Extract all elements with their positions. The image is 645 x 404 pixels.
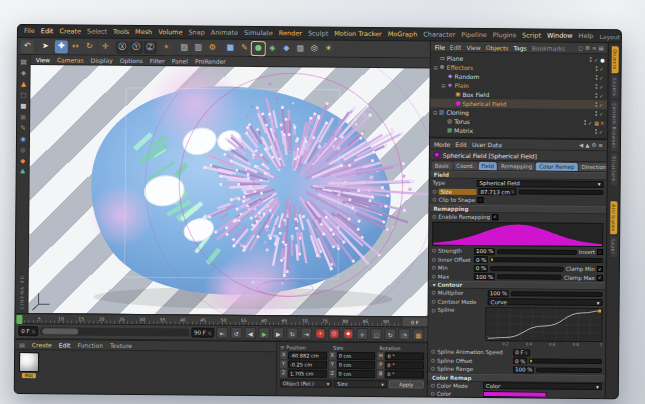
- viewport-canvas[interactable]: [28, 65, 429, 316]
- falloff-graph[interactable]: [432, 222, 603, 247]
- animation-dot[interactable]: [431, 367, 435, 371]
- menu-item[interactable]: Script: [522, 31, 541, 39]
- keyframe-scale-toggle[interactable]: ◻: [370, 328, 382, 340]
- attr-tab[interactable]: Color Remap: [536, 163, 577, 171]
- material-menu-item[interactable]: Function: [77, 342, 103, 349]
- clamp-max-checkbox[interactable]: ✓: [597, 275, 603, 281]
- object-label[interactable]: Spherical Field: [462, 100, 506, 107]
- size-field[interactable]: 0 cm: [337, 361, 376, 369]
- visibility-dots[interactable]: [595, 66, 597, 71]
- spline-offset-slider[interactable]: [530, 359, 603, 365]
- spline-range-slider[interactable]: [536, 367, 602, 373]
- pen-spline-icon[interactable]: ✎: [238, 41, 251, 54]
- texture-mode-icon[interactable]: ▲: [18, 79, 29, 89]
- object-label[interactable]: Matrix: [454, 127, 473, 134]
- list-icon[interactable]: ▤: [19, 341, 25, 348]
- material-item[interactable]: Mat: [19, 352, 39, 391]
- tweak-mode-icon[interactable]: ◉: [17, 134, 28, 144]
- menu-item[interactable]: File: [24, 27, 35, 35]
- range-end-field[interactable]: 90 F⇅: [191, 328, 214, 338]
- last-tool-icon[interactable]: ✛: [99, 40, 112, 53]
- floor-environment-icon[interactable]: ▦: [294, 42, 307, 55]
- menu-item[interactable]: Render: [279, 29, 302, 37]
- animation-dot[interactable]: [431, 358, 435, 362]
- menu-item[interactable]: Volume: [158, 28, 182, 36]
- add-cube-icon[interactable]: ■: [224, 41, 237, 54]
- search-icon[interactable]: ○: [578, 45, 583, 51]
- enable-check-icon[interactable]: ✓: [599, 102, 603, 108]
- color-swatch[interactable]: [483, 391, 547, 398]
- enable-check-icon[interactable]: ✓: [599, 129, 603, 135]
- up-arrow-icon[interactable]: ▲: [585, 142, 589, 148]
- render-view-icon[interactable]: ▧: [178, 41, 191, 54]
- panel-icon[interactable]: ▤: [599, 45, 604, 51]
- generators-icon[interactable]: ◈: [266, 42, 279, 55]
- size-value-field[interactable]: 87.713 cm⇅: [479, 188, 517, 195]
- attr-tab[interactable]: Basic: [432, 162, 453, 170]
- enable-check-icon[interactable]: ✓: [588, 119, 592, 125]
- menu-item[interactable]: Motion Tracker: [334, 30, 382, 38]
- menu-item[interactable]: Create: [59, 27, 81, 35]
- enable-check-icon[interactable]: ✓: [599, 75, 603, 81]
- object-label[interactable]: Box Field: [462, 91, 489, 98]
- move-tool-icon[interactable]: ✚: [55, 40, 68, 53]
- deformers-icon[interactable]: ◆: [280, 42, 293, 55]
- make-editable-icon[interactable]: ▤: [18, 57, 29, 67]
- clamp-min-checkbox[interactable]: ✓: [597, 266, 603, 272]
- side-tab[interactable]: Structure: [610, 154, 617, 185]
- animation-dot[interactable]: [431, 350, 435, 354]
- animation-dot[interactable]: [433, 189, 437, 193]
- coordinate-system-icon[interactable]: ⌖: [160, 41, 173, 54]
- min-field[interactable]: 0 %: [474, 265, 489, 272]
- om-menu-item[interactable]: File: [435, 43, 445, 50]
- menu-item[interactable]: Character: [423, 31, 455, 39]
- enable-check-icon[interactable]: ✓: [599, 111, 603, 117]
- record-keyframe-button[interactable]: +: [314, 328, 326, 340]
- attr-menu-item[interactable]: Mode: [434, 140, 450, 147]
- viewport-menu-item[interactable]: Cameras: [57, 56, 84, 63]
- apply-button[interactable]: Apply: [389, 380, 424, 388]
- x-axis-lock-icon[interactable]: Ⓧ: [116, 40, 129, 53]
- viewport-menu-item[interactable]: Panel: [172, 57, 188, 64]
- side-tab[interactable]: Layer: [609, 236, 616, 257]
- goto-end-button[interactable]: ⇥: [300, 327, 312, 339]
- clip-checkbox[interactable]: [477, 197, 483, 203]
- menu-item[interactable]: Sculpt: [308, 30, 328, 38]
- menu-item[interactable]: Animate: [211, 29, 238, 37]
- inner-offset-slider[interactable]: [490, 257, 603, 263]
- animation-dot[interactable]: [431, 392, 435, 396]
- enable-check-icon[interactable]: ✓: [594, 57, 598, 63]
- keyframe-position-toggle[interactable]: ✛: [356, 328, 368, 340]
- y-axis-lock-icon[interactable]: Ⓨ: [130, 40, 143, 53]
- menu-item[interactable]: Plugins: [493, 31, 516, 39]
- animation-dot[interactable]: [432, 214, 436, 218]
- animation-dot[interactable]: [432, 198, 436, 202]
- object-label[interactable]: Random: [455, 73, 480, 80]
- keyframe-parameter-toggle[interactable]: ◔: [398, 328, 410, 340]
- solo-mode-icon[interactable]: ◆: [17, 156, 28, 166]
- attr-tab[interactable]: Direction: [578, 163, 607, 171]
- color-mode-select[interactable]: Color▾: [483, 382, 602, 390]
- z-axis-lock-icon[interactable]: Ⓩ: [144, 41, 157, 54]
- position-field[interactable]: 1.705 cm: [288, 369, 327, 377]
- object-label[interactable]: Plane: [447, 55, 464, 62]
- viewport-menu-item[interactable]: Options: [120, 57, 143, 64]
- play-preview-button[interactable]: ↺: [230, 327, 242, 339]
- position-field[interactable]: -60.882 cm: [288, 351, 327, 359]
- animation-dot[interactable]: [432, 299, 436, 303]
- back-arrow-icon[interactable]: ◀: [579, 142, 583, 148]
- visibility-dots[interactable]: [590, 57, 592, 62]
- attr-tab[interactable]: Coord.: [453, 162, 477, 170]
- next-frame-button[interactable]: ▶: [272, 327, 284, 339]
- viewport-menu-item[interactable]: Display: [91, 57, 113, 64]
- timeline-playhead[interactable]: [16, 315, 22, 324]
- enable-check-icon[interactable]: ✓: [599, 93, 603, 99]
- attr-menu-item[interactable]: User Data: [472, 140, 502, 147]
- strength-slider[interactable]: [497, 249, 576, 255]
- contour-mode-select[interactable]: Curve▾: [488, 298, 603, 306]
- scrollbar-thumb[interactable]: [42, 328, 78, 334]
- keyframe-selection-button[interactable]: ◆: [342, 328, 354, 340]
- object-label[interactable]: Effectors: [447, 64, 474, 71]
- contour-spline-graph[interactable]: [485, 307, 602, 342]
- light-icon[interactable]: ☀: [322, 42, 335, 55]
